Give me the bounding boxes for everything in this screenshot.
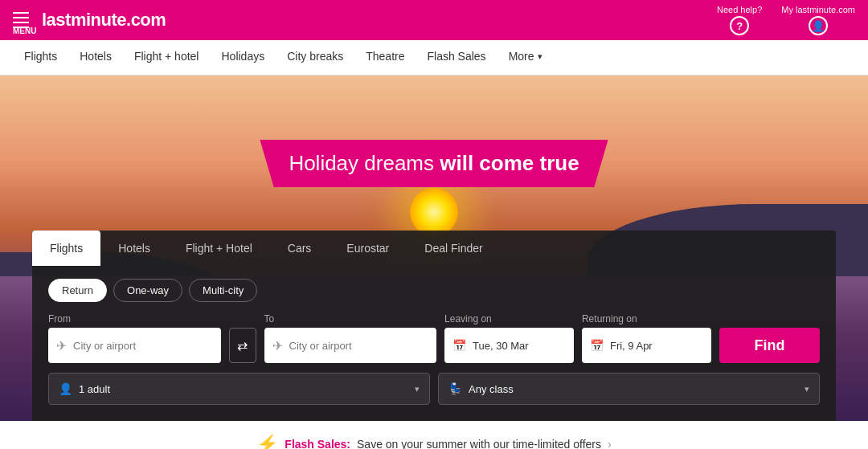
flash-text: Save on your summer with our time-limite… — [357, 438, 601, 449]
hero-banner-text: Holiday dreams will come true — [289, 151, 579, 175]
seat-icon: 💺 — [448, 382, 462, 395]
from-input-wrapper[interactable]: ✈ — [48, 328, 221, 363]
chevron-down-icon: ▾ — [538, 51, 542, 62]
search-form: Return One-way Multi-city From ✈ ⇄ — [32, 266, 836, 421]
tab-hotels[interactable]: Hotels — [100, 231, 168, 266]
from-field-group: From ✈ — [48, 313, 221, 363]
returning-field-group: Returning on 📅 Fri, 9 Apr — [582, 313, 711, 363]
leaving-field-group: Leaving on 📅 Tue, 30 Mar — [444, 313, 574, 363]
need-help-label: Need help? — [717, 5, 762, 14]
plane-to-icon: ✈ — [272, 338, 283, 353]
hero-banner: Holiday dreams will come true — [260, 140, 608, 187]
chevron-right-icon: › — [608, 438, 612, 449]
to-input-wrapper[interactable]: ✈ — [264, 328, 437, 363]
trip-type-row: Return One-way Multi-city — [48, 279, 820, 302]
passenger-icon: 👤 — [59, 382, 72, 395]
search-box: Flights Hotels Flight + Hotel Cars Euros… — [32, 231, 836, 421]
from-input[interactable] — [73, 340, 213, 352]
tab-cars[interactable]: Cars — [270, 231, 330, 266]
menu-button[interactable]: MENU — [13, 12, 29, 28]
to-label: To — [264, 313, 437, 325]
top-bar: MENU lastminute.com Need help? ? My last… — [0, 0, 868, 40]
plane-from-icon: ✈ — [56, 338, 67, 353]
trip-oneway-button[interactable]: One-way — [113, 279, 182, 302]
nav-flash-sales[interactable]: Flash Sales — [416, 40, 497, 76]
trip-return-button[interactable]: Return — [48, 279, 107, 302]
passengers-value: 1 adult — [79, 383, 110, 395]
search-tabs: Flights Hotels Flight + Hotel Cars Euros… — [32, 231, 836, 266]
class-select[interactable]: 💺 Any class ▾ — [438, 373, 820, 405]
main-fields-row: From ✈ ⇄ To ✈ — [48, 313, 820, 363]
my-account-button[interactable]: My lastminute.com 👤 — [781, 5, 855, 35]
user-icon: 👤 — [809, 16, 828, 35]
tab-flight-hotel[interactable]: Flight + Hotel — [168, 231, 270, 266]
hero-section: Holiday dreams will come true Flights Ho… — [0, 76, 868, 421]
nav-flight-hotel[interactable]: Flight + hotel — [123, 40, 211, 76]
help-icon: ? — [730, 16, 749, 35]
top-bar-left: MENU lastminute.com — [13, 10, 166, 31]
to-field-group: To ✈ — [264, 313, 437, 363]
returning-date-value: Fri, 9 Apr — [610, 340, 653, 352]
my-account-label: My lastminute.com — [781, 5, 855, 14]
to-input[interactable] — [289, 340, 429, 352]
find-button[interactable]: Find — [719, 328, 820, 363]
leaving-date-picker[interactable]: 📅 Tue, 30 Mar — [444, 328, 574, 363]
tab-flights[interactable]: Flights — [32, 231, 100, 266]
returning-label: Returning on — [582, 313, 711, 325]
class-value: Any class — [469, 383, 514, 395]
trip-multicity-button[interactable]: Multi-city — [189, 279, 257, 302]
leaving-date-value: Tue, 30 Mar — [473, 340, 529, 352]
nav-more[interactable]: More ▾ — [497, 40, 554, 76]
tab-deal-finder[interactable]: Deal Finder — [407, 231, 500, 266]
leaving-label: Leaving on — [444, 313, 574, 325]
chevron-down-icon: ▾ — [415, 384, 420, 394]
need-help-button[interactable]: Need help? ? — [717, 5, 762, 35]
nav-holidays[interactable]: Holidays — [210, 40, 276, 76]
swap-button[interactable]: ⇄ — [229, 328, 256, 363]
nav-flights[interactable]: Flights — [13, 40, 68, 76]
top-bar-right: Need help? ? My lastminute.com 👤 — [717, 5, 855, 35]
calendar-returning-icon: 📅 — [590, 339, 604, 352]
nav-theatre[interactable]: Theatre — [354, 40, 416, 76]
nav-hotels[interactable]: Hotels — [68, 40, 123, 76]
nav-city-breaks[interactable]: City breaks — [276, 40, 354, 76]
flash-sales-bar[interactable]: ⚡ Flash Sales: Save on your summer with … — [0, 421, 868, 449]
logo: lastminute.com — [42, 10, 166, 31]
chevron-down-icon: ▾ — [805, 384, 809, 394]
sun-decoration — [410, 188, 458, 236]
flash-icon: ⚡ — [256, 434, 278, 449]
main-nav: Flights Hotels Flight + hotel Holidays C… — [0, 40, 868, 76]
options-row: 👤 1 adult ▾ 💺 Any class ▾ — [48, 373, 820, 405]
from-label: From — [48, 313, 221, 325]
flash-label: Flash Sales: — [285, 438, 350, 449]
tab-eurostar[interactable]: Eurostar — [329, 231, 407, 266]
returning-date-picker[interactable]: 📅 Fri, 9 Apr — [582, 328, 711, 363]
calendar-leaving-icon: 📅 — [452, 339, 466, 352]
passengers-select[interactable]: 👤 1 adult ▾ — [48, 373, 430, 405]
